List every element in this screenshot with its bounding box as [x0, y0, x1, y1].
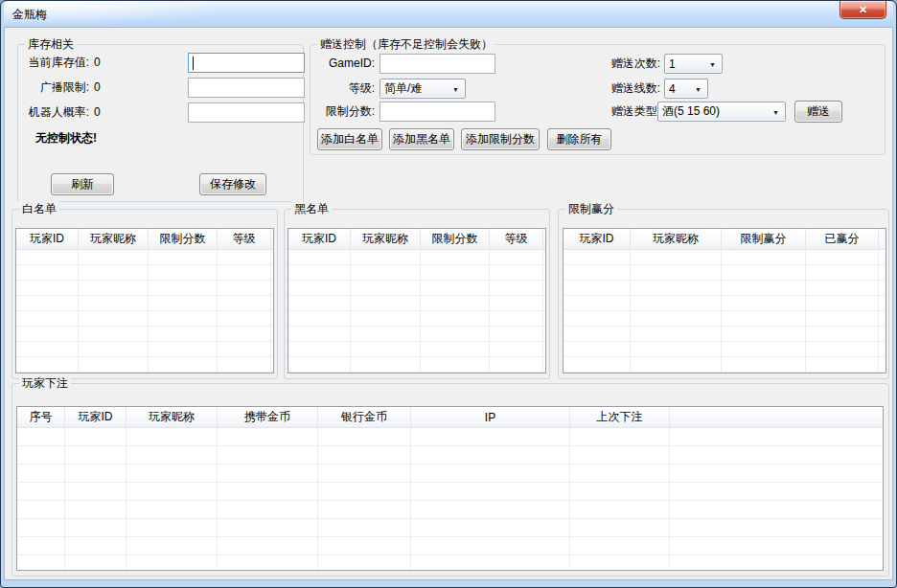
column-header-filler [271, 229, 273, 249]
limit-win-table-body[interactable] [564, 250, 886, 373]
column-header-filler [543, 229, 545, 249]
gift-times-label: 赠送次数: [584, 54, 660, 74]
player-bets-table-body[interactable] [17, 428, 883, 570]
text-caret [193, 57, 194, 70]
column-header[interactable]: 银行金币 [318, 407, 411, 427]
add-blacklist-button[interactable]: 添加黑名单 [389, 128, 454, 150]
blacklist-group: 黑名单 玩家ID 玩家昵称 限制分数 等级 [284, 209, 550, 379]
column-header[interactable]: 玩家ID [65, 407, 126, 427]
column-header[interactable]: 序号 [17, 407, 65, 427]
gift-lines-combobox[interactable]: 4 ▼ [664, 79, 708, 99]
control-status-text: 无控制状态! [35, 130, 97, 147]
chevron-down-icon: ▼ [695, 85, 702, 92]
player-bets-table-header: 序号 玩家ID 玩家昵称 携带金币 银行金币 IP 上次下注 [17, 407, 883, 428]
column-header[interactable]: 限制分数 [149, 229, 218, 249]
stock-value-label: 当前库存值: [24, 53, 89, 73]
gift-type-label: 赠送类型: [584, 102, 660, 122]
blacklist-group-title: 黑名单 [291, 201, 332, 217]
delete-all-button[interactable]: 删除所有 [547, 128, 611, 150]
whitelist-group: 白名单 玩家ID 玩家昵称 限制分数 等级 [12, 209, 278, 379]
whitelist-table: 玩家ID 玩家昵称 限制分数 等级 [15, 228, 274, 373]
column-header[interactable]: 玩家昵称 [126, 407, 218, 427]
inventory-group: 库存相关 当前库存值: 0 广播限制: 0 机器人概率: 0 无控制状态! 刷新… [17, 44, 304, 202]
column-header[interactable]: 玩家ID [16, 229, 79, 249]
column-header-filler [670, 407, 883, 427]
gameid-label: GameID: [310, 54, 375, 74]
limit-score-label: 限制分数: [310, 102, 375, 122]
column-header[interactable]: 玩家昵称 [631, 229, 722, 249]
client-area: 库存相关 当前库存值: 0 广播限制: 0 机器人概率: 0 无控制状态! 刷新… [4, 27, 893, 580]
limit-win-table-header: 玩家ID 玩家昵称 限制赢分 已赢分 [564, 229, 886, 250]
stock-value-input[interactable] [188, 53, 305, 73]
blacklist-table: 玩家ID 玩家昵称 限制分数 等级 [288, 228, 546, 373]
limit-score-input[interactable] [380, 102, 495, 122]
title-bar[interactable]: 金瓶梅 ✕ [4, 1, 893, 27]
stock-value: 0 [94, 53, 101, 73]
blacklist-table-body[interactable] [288, 250, 545, 373]
gift-lines-label: 赠送线数: [584, 79, 660, 99]
limit-win-table: 玩家ID 玩家昵称 限制赢分 已赢分 [563, 228, 886, 373]
player-bets-group-title: 玩家下注 [19, 375, 71, 392]
column-header[interactable]: 等级 [490, 229, 543, 249]
refresh-button[interactable]: 刷新 [51, 173, 114, 195]
column-header[interactable]: 玩家昵称 [79, 229, 149, 249]
limit-win-group-title: 限制赢分 [565, 201, 617, 217]
whitelist-table-body[interactable] [16, 250, 273, 373]
column-header[interactable]: 玩家昵称 [351, 229, 421, 249]
column-header[interactable]: 限制分数 [421, 229, 490, 249]
player-bets-group: 玩家下注 序号 玩家ID 玩家昵称 携带金币 银行金币 IP 上次下注 [12, 383, 889, 577]
gift-type-combobox[interactable]: 酒(5 15 60) ▼ [657, 102, 786, 122]
robot-prob-input[interactable] [188, 102, 305, 123]
level-label: 等级: [310, 79, 375, 99]
column-header[interactable]: 上次下注 [570, 407, 670, 427]
limit-win-group: 限制赢分 玩家ID 玩家昵称 限制赢分 已赢分 [558, 209, 889, 379]
column-header[interactable]: 等级 [218, 229, 271, 249]
player-bets-table: 序号 玩家ID 玩家昵称 携带金币 银行金币 IP 上次下注 [16, 406, 884, 571]
close-button[interactable]: ✕ [840, 1, 886, 19]
column-header[interactable]: 玩家ID [564, 229, 631, 249]
save-changes-button[interactable]: 保存修改 [199, 173, 266, 195]
inventory-group-title: 库存相关 [25, 36, 77, 53]
broadcast-limit-input[interactable] [188, 78, 305, 98]
column-header[interactable]: 玩家ID [288, 229, 351, 249]
broadcast-limit-label: 广播限制: [24, 78, 89, 98]
add-whitelist-button[interactable]: 添加白名单 [317, 128, 382, 150]
chevron-down-icon: ▼ [452, 85, 459, 92]
robot-prob-label: 机器人概率: [24, 102, 89, 123]
broadcast-limit-value: 0 [94, 78, 101, 98]
column-header-filler [879, 229, 886, 249]
send-gift-button[interactable]: 赠送 [794, 101, 842, 123]
column-header[interactable]: 限制赢分 [722, 229, 806, 249]
level-combobox[interactable]: 简单/难 ▼ [380, 79, 466, 99]
chevron-down-icon: ▼ [709, 60, 716, 67]
gift-times-combobox[interactable]: 1 ▼ [664, 54, 723, 74]
column-header[interactable]: 携带金币 [218, 407, 318, 427]
whitelist-table-header: 玩家ID 玩家昵称 限制分数 等级 [16, 229, 273, 250]
robot-prob-value: 0 [94, 102, 101, 123]
column-header[interactable]: IP [411, 407, 570, 427]
column-header[interactable]: 已赢分 [806, 229, 879, 249]
window-title: 金瓶梅 [12, 7, 47, 23]
close-icon: ✕ [859, 4, 867, 16]
gift-control-group: 赠送控制（库存不足控制会失败） GameID: 等级: 简单/难 ▼ 限制分数:… [310, 44, 886, 155]
add-limit-score-button[interactable]: 添加限制分数 [461, 128, 540, 150]
blacklist-table-header: 玩家ID 玩家昵称 限制分数 等级 [288, 229, 545, 250]
gameid-input[interactable] [380, 54, 495, 74]
chevron-down-icon: ▼ [772, 108, 779, 115]
gift-group-title: 赠送控制（库存不足控制会失败） [317, 36, 495, 53]
app-window: 金瓶梅 ✕ 库存相关 当前库存值: 0 广播限制: 0 机器人概率: 0 无控制… [0, 0, 897, 588]
whitelist-group-title: 白名单 [19, 201, 59, 217]
